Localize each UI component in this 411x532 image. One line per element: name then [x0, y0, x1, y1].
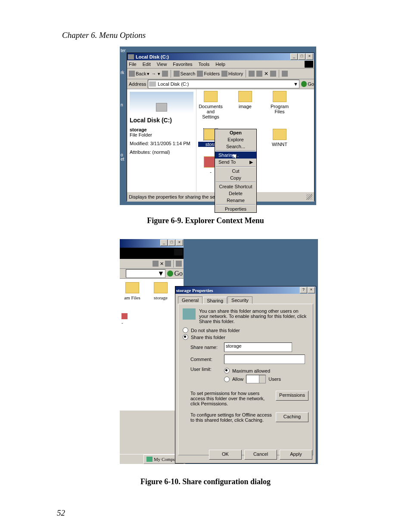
selection-modified: Modified: 3/11/2005 1:14 PM	[130, 141, 193, 146]
back-icon	[129, 71, 135, 77]
delete-tool-icon[interactable]: ✕	[160, 261, 164, 267]
folders-button[interactable]: Folders	[197, 71, 220, 77]
radio-max-allowed[interactable]: Maximum allowed	[224, 368, 281, 373]
users-spinner[interactable]	[246, 375, 266, 383]
search-button[interactable]: Search	[174, 71, 196, 77]
tab-body: You can share this folder among other us…	[178, 304, 313, 455]
apply-button[interactable]: Apply	[280, 450, 312, 460]
address-field-partial[interactable]: ▼	[126, 269, 165, 278]
history-button[interactable]: History	[221, 71, 243, 77]
views-icon[interactable]	[282, 71, 288, 77]
menu-tools[interactable]: Tools	[199, 62, 210, 67]
maximize-button[interactable]: □	[298, 53, 305, 60]
ctx-rename[interactable]: Rename	[215, 197, 256, 204]
figure-6-9: ter rk n o et Local Disk (C:) _ □ × File…	[120, 47, 316, 205]
ctx-properties[interactable]: Properties	[215, 205, 256, 212]
maximize-button[interactable]: □	[168, 240, 175, 246]
ctx-explore[interactable]: Explore	[215, 136, 256, 143]
up-button[interactable]	[162, 71, 168, 77]
caching-button[interactable]: Caching	[276, 412, 308, 422]
folder-icon	[273, 91, 286, 102]
intro-text: You can share this folder among other us…	[199, 308, 308, 324]
ctx-cut[interactable]: Cut	[215, 168, 256, 174]
folder-storage[interactable]: stora Open Explore Search... Sharing... …	[198, 129, 223, 147]
my-computer-icon	[146, 457, 153, 462]
comment-label: Comment:	[190, 357, 221, 362]
copyto-icon[interactable]	[153, 261, 159, 267]
folder-icon	[273, 129, 286, 140]
menu-favorites[interactable]: Favorites	[173, 62, 192, 67]
tab-security[interactable]: Security	[227, 296, 252, 304]
copyto-icon[interactable]	[256, 71, 262, 77]
go-button[interactable]: Go	[167, 270, 183, 277]
views-icon[interactable]	[176, 261, 182, 267]
back-button[interactable]: Back ▾	[129, 71, 149, 77]
folder-documents-and-settings[interactable]: Documents and Settings	[198, 91, 223, 119]
folder-icon	[204, 91, 218, 102]
close-button[interactable]: ×	[308, 287, 315, 293]
folder-icon	[125, 282, 139, 293]
ctx-create-shortcut[interactable]: Create Shortcut	[215, 183, 256, 190]
ctx-sendto[interactable]: Send To▶	[215, 159, 256, 166]
folder-storage[interactable]: storage	[150, 282, 171, 300]
minimize-button[interactable]: _	[160, 240, 168, 246]
partial-explorer: _ □ × ✕ ▼ Go am Files storage	[120, 239, 184, 464]
undo-icon[interactable]	[270, 71, 276, 77]
share-hand-icon	[183, 308, 196, 320]
ctx-sharing[interactable]: Sharing...	[215, 152, 256, 159]
comment-input[interactable]	[224, 355, 305, 364]
explorer-window: Local Disk (C:) _ □ × File Edit View Fav…	[127, 53, 314, 201]
permissions-button[interactable]: Permissions	[276, 391, 308, 401]
selection-attributes: Attributes: (normal)	[130, 149, 193, 155]
caching-text: To configure settings for Offline access…	[190, 412, 273, 423]
folder-program-files[interactable]: Program Files	[267, 91, 292, 119]
menu-view[interactable]: View	[157, 62, 167, 67]
cancel-button[interactable]: Cancel	[244, 450, 277, 460]
ctx-delete[interactable]: Delete	[215, 190, 256, 197]
left-pane: Local Disk (C:) storage File Folder Modi…	[127, 89, 196, 192]
desktop-fragment-ter: ter	[121, 48, 126, 53]
dialog-title: storage Properties	[176, 288, 213, 293]
menu-help[interactable]: Help	[215, 62, 225, 67]
radio-do-not-share[interactable]: Do not share this folder	[183, 327, 308, 333]
folder-am-files[interactable]: am Files	[121, 282, 143, 300]
desktop-fragment-n: n	[121, 103, 123, 107]
minimize-button[interactable]: _	[290, 53, 298, 60]
folder-icon	[238, 91, 252, 102]
permissions-text: To set permissions for how users access …	[190, 391, 273, 406]
help-button[interactable]: ?	[300, 287, 307, 293]
leftpane-title: Local Disk (C:)	[130, 117, 193, 124]
close-button[interactable]: ×	[306, 53, 313, 60]
toolbar: Back ▾ → ▾ Search Folders History ✕	[127, 68, 314, 79]
radio-share-this-folder[interactable]: Share this folder	[183, 334, 308, 340]
sharename-input[interactable]: storage	[224, 342, 292, 352]
desktop-fragment-rk: rk	[121, 70, 124, 75]
forward-button[interactable]: → ▾	[151, 71, 160, 77]
figure-6-9-caption: Figure 6-9. Explorer Context Menu	[0, 216, 411, 225]
ok-button[interactable]: OK	[209, 450, 242, 460]
address-field[interactable]: Local Disk (C:) ▼	[148, 80, 299, 88]
ctx-copy[interactable]: Copy	[215, 174, 256, 181]
windows-logo-icon	[305, 61, 313, 68]
undo-icon[interactable]	[165, 261, 171, 267]
ctx-open[interactable]: Open	[215, 129, 256, 136]
folder-image[interactable]: image	[233, 91, 258, 119]
tab-sharing[interactable]: Sharing	[203, 297, 227, 304]
tab-general[interactable]: General	[178, 296, 202, 304]
go-button[interactable]: Go	[301, 81, 314, 87]
radio-icon	[224, 368, 230, 373]
moveto-icon[interactable]	[249, 71, 255, 77]
menu-edit[interactable]: Edit	[143, 62, 151, 67]
radio-allow-n-users[interactable]: Allow Users	[224, 375, 281, 383]
delete-tool-icon[interactable]: ✕	[264, 71, 268, 77]
sharename-label: Share name:	[190, 345, 221, 350]
windows-logo-icon	[174, 249, 183, 255]
menu-file[interactable]: File	[129, 62, 137, 67]
selection-type: File Folder	[130, 132, 193, 137]
ms-icon	[121, 313, 128, 319]
close-button[interactable]: ×	[176, 240, 183, 246]
drive-icon	[128, 54, 134, 59]
folder-winnt[interactable]: WINNT	[267, 129, 292, 147]
ctx-search[interactable]: Search...	[215, 143, 256, 150]
resize-grip-icon[interactable]	[306, 194, 312, 200]
